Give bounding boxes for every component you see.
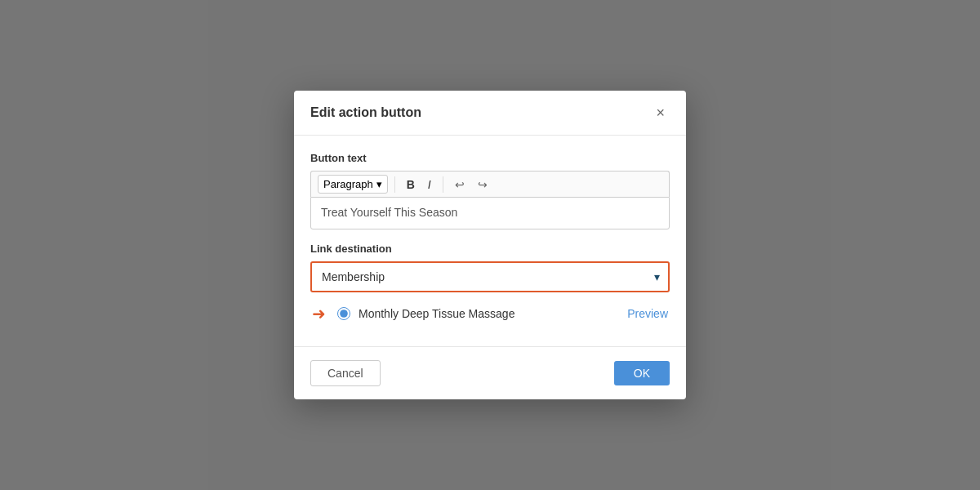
- option-row: ➜ Monthly Deep Tissue Massage Preview: [310, 304, 670, 323]
- edit-action-button-modal: Edit action button × Button text Paragra…: [294, 91, 686, 399]
- monthly-massage-radio[interactable]: [337, 307, 350, 320]
- link-destination-section: Link destination Membership Homepage Ser…: [310, 243, 670, 323]
- modal-footer: Cancel OK: [294, 346, 686, 399]
- button-text-editor[interactable]: Treat Yourself This Season: [310, 197, 670, 229]
- destination-dropdown-wrapper: Membership Homepage Services Contact ▾: [310, 261, 670, 292]
- preview-link[interactable]: Preview: [627, 307, 668, 320]
- redo-button[interactable]: ↪: [473, 176, 492, 193]
- paragraph-select[interactable]: Paragraph ▾: [318, 175, 388, 194]
- paragraph-select-label: Paragraph: [323, 178, 373, 190]
- toolbar-divider-2: [443, 176, 443, 193]
- modal-close-button[interactable]: ×: [651, 104, 670, 122]
- link-destination-label: Link destination: [310, 243, 670, 255]
- editor-toolbar: Paragraph ▾ B I ↩ ↪: [310, 171, 670, 197]
- arrow-indicator-icon: ➜: [312, 304, 326, 323]
- bold-button[interactable]: B: [402, 176, 420, 193]
- destination-dropdown[interactable]: Membership Homepage Services Contact: [310, 261, 670, 292]
- modal-header: Edit action button ×: [294, 91, 686, 136]
- ok-button[interactable]: OK: [614, 361, 670, 385]
- paragraph-chevron-icon: ▾: [376, 178, 382, 190]
- modal-body: Button text Paragraph ▾ B I ↩ ↪ Treat Yo…: [294, 136, 686, 340]
- undo-button[interactable]: ↩: [450, 176, 470, 193]
- toolbar-divider-1: [394, 176, 395, 193]
- button-text-value: Treat Yourself This Season: [321, 206, 457, 219]
- cancel-button[interactable]: Cancel: [310, 360, 381, 386]
- italic-button[interactable]: I: [423, 176, 436, 193]
- button-text-label: Button text: [310, 152, 670, 164]
- modal-title: Edit action button: [310, 105, 421, 120]
- option-left: ➜ Monthly Deep Tissue Massage: [312, 304, 514, 323]
- monthly-massage-label: Monthly Deep Tissue Massage: [359, 307, 514, 320]
